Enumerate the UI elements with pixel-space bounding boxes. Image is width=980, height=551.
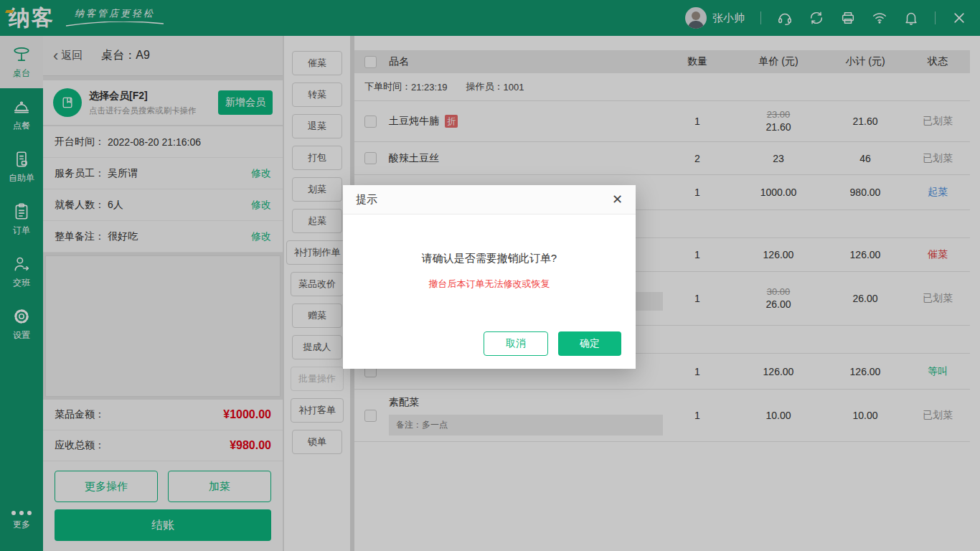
dialog-close-icon[interactable]: ✕ [612,193,623,206]
dialog-body: 请确认是否需要撤销此订单? 撤台后本订单无法修改或恢复 [343,252,636,291]
confirm-dialog: 提示 ✕ 请确认是否需要撤销此订单? 撤台后本订单无法修改或恢复 取消 确定 [343,185,636,369]
dialog-footer: 取消 确定 [484,331,621,356]
dialog-title: 提示 [356,193,377,207]
cancel-button[interactable]: 取消 [484,331,548,356]
dialog-message: 请确认是否需要撤销此订单? [343,252,636,265]
confirm-button[interactable]: 确定 [558,331,621,356]
dialog-warning: 撤台后本订单无法修改或恢复 [343,278,636,291]
dialog-header: 提示 ✕ [343,185,636,215]
